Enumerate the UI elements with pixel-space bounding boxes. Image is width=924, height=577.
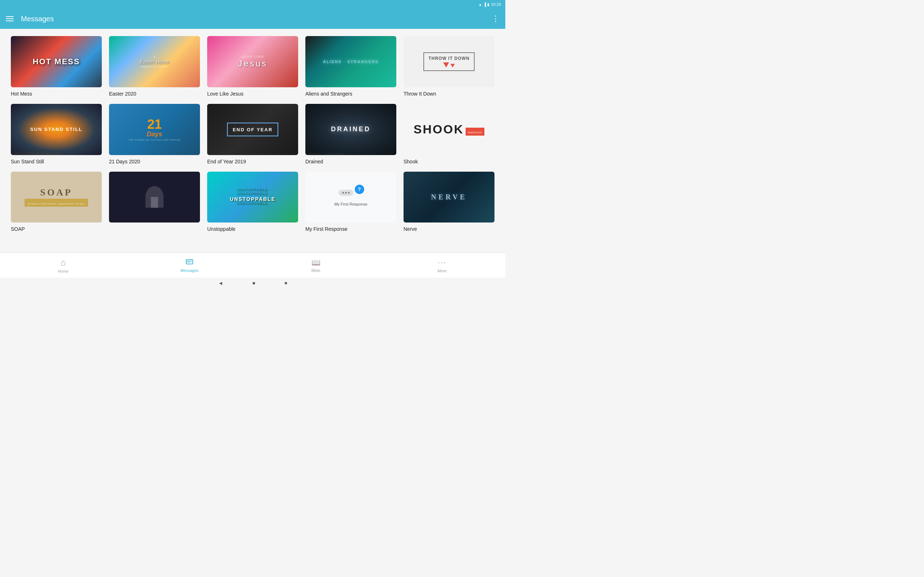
signal-icon: ▐: [483, 3, 486, 6]
thumbnail-hot-mess: HOT MESS: [11, 36, 102, 87]
app-bar-title: Messages: [21, 15, 492, 23]
message-card-nerve[interactable]: NERVE Nerve: [404, 172, 494, 232]
nav-label-more: More: [438, 269, 446, 273]
message-card-hot-mess[interactable]: HOT MESS Hot Mess: [11, 36, 102, 97]
status-bar: ▲ ▐ ▮ 10:26: [0, 0, 505, 9]
thumbnail-throw-it-down: THROW IT DOWN: [404, 36, 494, 87]
thumbnail-speaker: [109, 172, 200, 223]
nav-item-bible[interactable]: 📖 Bible: [301, 258, 330, 272]
card-title-unstoppable: Unstoppable: [207, 226, 298, 232]
message-card-love-like-jesus[interactable]: LOVE LIKE Jesus Love Like Jesus: [207, 36, 298, 97]
home-icon: ⌂: [61, 258, 66, 268]
recent-button[interactable]: ■: [284, 280, 287, 285]
message-card-shook[interactable]: SHOOK WARNING Shook: [404, 104, 494, 164]
battery-icon: ▮: [487, 3, 489, 6]
hamburger-menu-button[interactable]: [6, 16, 14, 21]
card-title-soap: SOAP: [11, 226, 102, 232]
message-card-throw-it-down[interactable]: THROW IT DOWN Throw It Down: [404, 36, 494, 97]
thumbnail-drained: DRAINED: [305, 104, 396, 155]
card-title-21-days-2020: 21 Days 2020: [109, 159, 200, 164]
app-bar: Messages ⋮: [0, 9, 505, 29]
main-content: HOT MESS Hot Mess ✝ Easter Home Highpoin…: [0, 29, 505, 253]
nav-item-home[interactable]: ⌂ Home: [49, 258, 78, 273]
thumbnail-shook: SHOOK WARNING: [404, 104, 494, 155]
status-icons: ▲ ▐ ▮ 10:26: [478, 2, 501, 6]
svg-rect-2: [187, 261, 192, 261]
nav-item-more[interactable]: ··· More: [428, 258, 457, 273]
messages-icon: [185, 258, 194, 267]
card-title-easter-2020: Easter 2020: [109, 91, 200, 97]
message-card-unstoppable[interactable]: UNSTOPPABLE UNSTOPPABLE UNSTOPPABLE UNST…: [207, 172, 298, 232]
nav-item-messages[interactable]: Messages: [175, 258, 204, 272]
bottom-navigation: ⌂ Home Messages 📖 Bible ··· More: [0, 253, 505, 278]
message-card-21-days-2020[interactable]: 21 Days THE POWER OF FASTING AND PRAYER …: [109, 104, 200, 164]
card-title-hot-mess: Hot Mess: [11, 91, 102, 97]
thumbnail-soap: SOAP Scripture | Discussion | Applicatio…: [11, 172, 102, 223]
bible-icon: 📖: [312, 258, 320, 267]
card-title-throw-it-down: Throw It Down: [404, 91, 494, 97]
wifi-icon: ▲: [478, 3, 482, 6]
back-button[interactable]: ◄: [218, 280, 223, 286]
nav-label-bible: Bible: [312, 268, 320, 272]
thumbnail-easter-2020: ✝ Easter Home Highpointe Church: [109, 36, 200, 87]
card-title-end-of-year-2019: End of Year 2019: [207, 159, 298, 164]
message-card-aliens-strangers[interactable]: ALIENS · STRANGERS Aliens and Strangers: [305, 36, 396, 97]
svg-rect-3: [187, 262, 191, 263]
nav-label-messages: Messages: [181, 268, 199, 272]
thumbnail-21-days-2020: 21 Days THE POWER OF FASTING AND PRAYER: [109, 104, 200, 155]
thumbnail-end-of-year-2019: END OF YEAR: [207, 104, 298, 155]
message-card-speaker[interactable]: [109, 172, 200, 232]
message-card-my-first-response[interactable]: ? My First Response My First Response: [305, 172, 396, 232]
messages-grid: HOT MESS Hot Mess ✝ Easter Home Highpoin…: [11, 36, 494, 232]
card-title-shook: Shook: [404, 159, 494, 164]
thumbnail-love-like-jesus: LOVE LIKE Jesus: [207, 36, 298, 87]
message-card-soap[interactable]: SOAP Scripture | Discussion | Applicatio…: [11, 172, 102, 232]
message-card-end-of-year-2019[interactable]: END OF YEAR End of Year 2019: [207, 104, 298, 164]
nav-label-home: Home: [58, 269, 68, 273]
message-card-drained[interactable]: DRAINED Drained: [305, 104, 396, 164]
thumbnail-unstoppable: UNSTOPPABLE UNSTOPPABLE UNSTOPPABLE UNST…: [207, 172, 298, 223]
message-card-sun-stand-still[interactable]: SUN STAND STILL Sun Stand Still: [11, 104, 102, 164]
more-vert-button[interactable]: ⋮: [492, 14, 499, 23]
thumbnail-my-first-response: ? My First Response: [305, 172, 396, 223]
card-title-drained: Drained: [305, 159, 396, 164]
status-time: 10:26: [491, 2, 501, 6]
card-title-sun-stand-still: Sun Stand Still: [11, 159, 102, 164]
home-button[interactable]: ●: [252, 280, 255, 286]
system-navigation: ◄ ● ■: [0, 278, 505, 288]
card-title-nerve: Nerve: [404, 226, 494, 232]
card-title-my-first-response: My First Response: [305, 226, 396, 232]
card-title-love-like-jesus: Love Like Jesus: [207, 91, 298, 97]
message-card-easter-2020[interactable]: ✝ Easter Home Highpointe Church Easter 2…: [109, 36, 200, 97]
more-icon: ···: [438, 258, 446, 267]
thumbnail-aliens-strangers: ALIENS · STRANGERS: [305, 36, 396, 87]
thumbnail-nerve: NERVE: [404, 172, 494, 223]
card-title-aliens-strangers: Aliens and Strangers: [305, 91, 396, 97]
thumbnail-sun-stand-still: SUN STAND STILL: [11, 104, 102, 155]
